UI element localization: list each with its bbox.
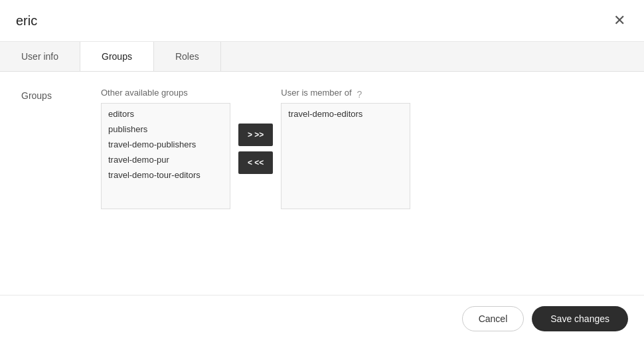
list-item[interactable]: travel-demo-pur [102, 152, 230, 167]
list-item[interactable]: travel-demo-publishers [102, 137, 230, 152]
list-item[interactable]: travel-demo-editors [282, 106, 410, 122]
dialog-body: Groups Other available groups editors pu… [0, 72, 644, 295]
member-groups-label: User is member of [281, 88, 351, 98]
help-icon[interactable]: ? [357, 89, 362, 100]
member-header: User is member of ? [281, 88, 410, 100]
available-groups-label: Other available groups [101, 88, 230, 98]
remove-from-member-button[interactable]: < << [238, 151, 273, 174]
add-to-member-button[interactable]: > >> [238, 124, 273, 146]
groups-label: Groups [21, 88, 101, 101]
tab-roles[interactable]: Roles [154, 42, 221, 71]
groups-section: Groups Other available groups editors pu… [21, 88, 623, 209]
list-item[interactable]: editors [102, 106, 230, 122]
available-groups-container: Other available groups editors publisher… [101, 88, 230, 209]
user-edit-dialog: eric ✕ User info Groups Roles Groups Oth… [0, 0, 644, 342]
save-changes-button[interactable]: Save changes [532, 306, 628, 331]
tab-bar: User info Groups Roles [0, 42, 644, 72]
groups-transfer: Other available groups editors publisher… [101, 88, 623, 209]
tab-spacer [221, 42, 644, 71]
transfer-buttons: > >> < << [238, 124, 273, 174]
dialog-title: eric [16, 13, 37, 29]
tab-user-info[interactable]: User info [0, 42, 80, 71]
list-item[interactable]: travel-demo-tour-editors [102, 167, 230, 183]
tab-groups[interactable]: Groups [80, 42, 154, 71]
member-groups-list[interactable]: travel-demo-editors [281, 103, 410, 209]
dialog-header: eric ✕ [0, 0, 644, 42]
list-item[interactable]: publishers [102, 122, 230, 137]
close-button[interactable]: ✕ [611, 11, 628, 31]
member-groups-container: User is member of ? travel-demo-editors [281, 88, 410, 209]
dialog-footer: Cancel Save changes [0, 295, 644, 342]
available-groups-list[interactable]: editors publishers travel-demo-publisher… [101, 103, 230, 209]
cancel-button[interactable]: Cancel [462, 306, 524, 331]
